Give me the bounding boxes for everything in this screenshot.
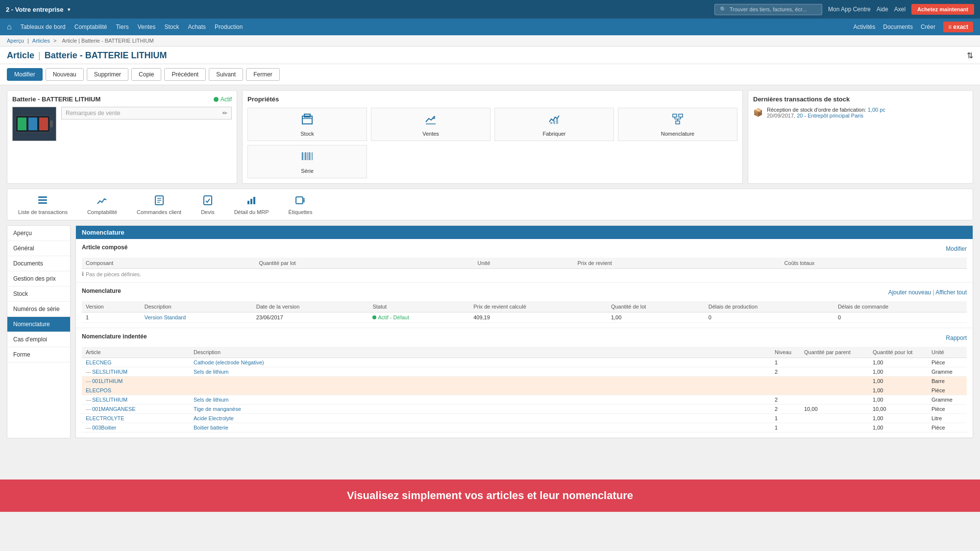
aide-link[interactable]: Aide <box>877 6 888 13</box>
tab-mrp-icon <box>246 195 257 208</box>
list-item[interactable]: ELECTROLYTE Acide Electrolyte 1 1,00 Lit… <box>82 414 967 423</box>
nomenclature-icon <box>671 112 685 129</box>
nomenclature-table: Version Description Date de la version S… <box>82 301 967 323</box>
prop-serie[interactable]: Série <box>247 145 367 178</box>
prop-ventes[interactable]: Ventes <box>371 108 490 141</box>
table-row[interactable]: 1 Version Standard 23/06/2017 Actif - Dé… <box>82 312 967 323</box>
trans-location-link[interactable]: 20 - Entrepôt principal Paris <box>797 113 863 119</box>
info-icon: ℹ <box>82 271 84 277</box>
product-panel-title: Batterie - BATTERIE LITHIUM Actif <box>12 96 232 103</box>
nav-bar: ⌂ Tableaux de bord Comptabilité Tiers Ve… <box>0 19 980 35</box>
prop-stock[interactable]: Stock <box>247 108 367 141</box>
modifier-link[interactable]: Modifier <box>946 245 967 252</box>
afficher-link[interactable]: Afficher tout <box>935 289 967 296</box>
cell-desc: Version Standard <box>141 312 252 323</box>
sidebar-item-numeros-serie[interactable]: Numéros de série <box>7 302 70 317</box>
props-grid: Stock Ventes Fabriquer <box>247 108 737 178</box>
tabs-row: Liste de transactions Comptabilité Comma… <box>7 189 973 220</box>
col-delais-cmd: Délais de commande <box>834 301 967 312</box>
sidebar-item-forme[interactable]: Forme <box>7 347 70 362</box>
sidebar-item-cas-emploi[interactable]: Cas d'emploi <box>7 332 70 347</box>
company-label: 2 - Votre entreprise <box>6 6 64 13</box>
col-qte-lot-i: Quantité pour lot <box>869 347 928 358</box>
supprimer-button[interactable]: Supprimer <box>87 68 128 81</box>
list-item[interactable]: —001LITHIUM 1,00 Barre <box>82 377 967 386</box>
tab-devis[interactable]: Devis <box>197 193 219 220</box>
suivant-button[interactable]: Suivant <box>209 68 243 81</box>
nav-creer[interactable]: Créer <box>921 24 935 30</box>
global-search[interactable]: 🔍 Trouver des tiers, factures, écr... <box>714 4 822 15</box>
sidebar-item-documents[interactable]: Documents <box>7 256 70 271</box>
sidebar-item-general[interactable]: Général <box>7 241 70 256</box>
rapport-link[interactable]: Rapport <box>946 335 967 341</box>
col-unite: Unité <box>474 258 574 269</box>
edit-icon[interactable]: ✏ <box>222 110 227 117</box>
app-centre-link[interactable]: Mon App Centre <box>828 6 871 13</box>
breadcrumb-apercu[interactable]: Aperçu <box>7 38 24 44</box>
list-item[interactable]: —001MANGANESE Tige de manganèse 2 10,00 … <box>82 405 967 414</box>
cell-qte-parent-i <box>800 377 869 386</box>
tab-liste-transactions[interactable]: Liste de transactions <box>14 193 72 220</box>
sidebar-item-nomenclature[interactable]: Nomenclature <box>7 317 70 332</box>
trans-qty-link[interactable]: 1,00 pc <box>868 107 885 113</box>
tab-commandes-client[interactable]: Commandes client <box>133 193 185 220</box>
col-desc: Description <box>141 301 252 312</box>
cell-qte-lot-i: 1,00 <box>869 395 928 405</box>
proprietes-panel: Propriétés Stock Ventes <box>242 90 743 184</box>
prop-fabriquer[interactable]: Fabriquer <box>494 108 614 141</box>
modifier-button[interactable]: Modifier <box>7 68 43 81</box>
copie-button[interactable]: Copie <box>131 68 161 81</box>
col-version: Version <box>82 301 141 312</box>
tab-mrp[interactable]: Détail du MRP <box>230 193 273 220</box>
ajouter-link[interactable]: Ajouter nouveau <box>888 289 931 296</box>
cell-article: ELECTROLYTE <box>82 414 190 423</box>
list-item[interactable]: ELECNEG Cathode (electrode Négative) 1 1… <box>82 358 967 367</box>
precedent-button[interactable]: Précédent <box>164 68 206 81</box>
tab-devis-label: Devis <box>201 209 215 215</box>
buy-now-button[interactable]: Achetez maintenant <box>911 4 974 15</box>
prop-nomenclature[interactable]: Nomenclature <box>618 108 737 141</box>
exact-logo: ≡ exact <box>943 22 973 32</box>
nav-tableaux[interactable]: Tableaux de bord <box>21 24 66 30</box>
nav-achats[interactable]: Achats <box>188 24 206 30</box>
svg-rect-35 <box>250 199 252 204</box>
cell-date: 23/06/2017 <box>252 312 369 323</box>
sidebar-item-gestion-prix[interactable]: Gestion des prix <box>7 271 70 287</box>
tab-etiquettes[interactable]: Étiquettes <box>285 193 317 220</box>
cell-prix-calc: 409,19 <box>469 312 607 323</box>
cell-qte-lot-i: 10,00 <box>869 405 928 414</box>
tab-comptabilite[interactable]: Comptabilité <box>83 193 121 220</box>
nav-activites[interactable]: Activités <box>854 24 876 30</box>
list-item[interactable]: ELECPOS 1,00 Pièce <box>82 386 967 395</box>
remarks-text: Remarques de vente <box>66 110 120 117</box>
nav-comptabilite[interactable]: Comptabilité <box>74 24 107 30</box>
list-item[interactable]: —SELSLITHIUM Sels de lithium 2 1,00 Gram… <box>82 367 967 377</box>
home-icon[interactable]: ⌂ <box>7 23 12 31</box>
user-link[interactable]: Axel <box>894 6 906 13</box>
nav-stock[interactable]: Stock <box>164 24 179 30</box>
svg-rect-11 <box>556 119 558 124</box>
cell-niveau-i <box>771 377 800 386</box>
search-icon: 🔍 <box>720 6 727 13</box>
nouveau-button[interactable]: Nouveau <box>46 68 84 81</box>
nav-ventes[interactable]: Ventes <box>138 24 156 30</box>
action-bar: Modifier Nouveau Supprimer Copie Précéde… <box>0 64 980 85</box>
list-item[interactable]: —SELSLITHIUM Sels de lithium 2 1,00 Gram… <box>82 395 967 405</box>
page-title-bar: Article | Batterie - BATTERIE LITHIUM ⇅ <box>0 47 980 64</box>
filter-icon[interactable]: ⇅ <box>967 51 973 60</box>
cell-version: 1 <box>82 312 141 323</box>
nav-documents[interactable]: Documents <box>883 24 913 30</box>
nav-production[interactable]: Production <box>215 24 243 30</box>
product-image <box>12 107 56 141</box>
remarks-input[interactable]: Remarques de vente ✏ <box>61 107 232 120</box>
company-name[interactable]: 2 - Votre entreprise ▾ <box>6 6 70 13</box>
sidebar-item-apercu[interactable]: Aperçu <box>7 226 70 241</box>
list-item[interactable]: —003Boitier Boitier batterie 1 1,00 Pièc… <box>82 423 967 432</box>
chevron-down-icon: ▾ <box>68 7 70 12</box>
search-placeholder: Trouver des tiers, factures, écr... <box>730 6 807 12</box>
breadcrumb-articles[interactable]: Articles <box>32 38 50 44</box>
fermer-button[interactable]: Fermer <box>246 68 280 81</box>
col-composant: Composant <box>82 258 255 269</box>
nav-tiers[interactable]: Tiers <box>116 24 128 30</box>
sidebar-item-stock[interactable]: Stock <box>7 287 70 302</box>
